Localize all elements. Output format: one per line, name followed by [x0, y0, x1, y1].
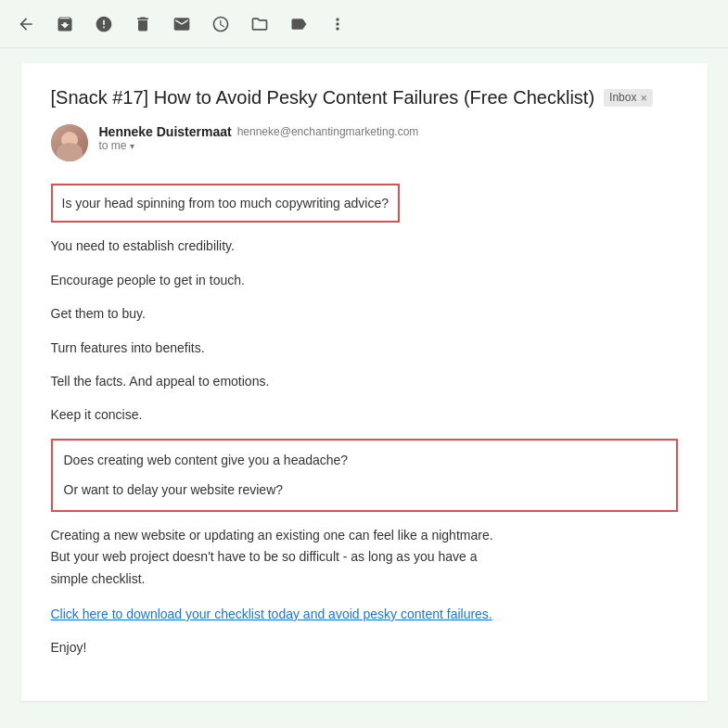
expand-details-chevron[interactable]: ▾: [130, 141, 134, 151]
body-line-5: Turn features into benefits.: [51, 338, 678, 358]
inbox-badge-close[interactable]: ×: [640, 91, 647, 105]
sender-info: Henneke Duistermaat henneke@enchantingma…: [99, 124, 419, 152]
sender-name: Henneke Duistermaat: [99, 124, 232, 139]
body-line-7: Keep it concise.: [51, 404, 678, 425]
to-me-row: to me ▾: [99, 139, 419, 152]
body-line-6: Tell the facts. And appeal to emotions.: [51, 371, 678, 391]
more-options-icon[interactable]: [326, 13, 349, 35]
inbox-badge-label: Inbox: [609, 91, 636, 104]
avatar: [51, 124, 88, 161]
to-me-label: to me: [99, 139, 127, 152]
body-line-3: Encourage people to get in touch.: [51, 270, 678, 290]
email-subject: [Snack #17] How to Avoid Pesky Content F…: [51, 85, 595, 109]
enjoy-text: Enjoy!: [51, 637, 678, 658]
sender-row: Henneke Duistermaat henneke@enchantingma…: [51, 124, 678, 161]
email-body: Is your head spinning from too much copy…: [51, 184, 678, 658]
inbox-badge: Inbox ×: [604, 89, 653, 107]
download-link[interactable]: Click here to download your checklist to…: [51, 607, 492, 621]
body-line-4: Get them to buy.: [51, 303, 678, 324]
body-line-1: Is your head spinning from too much copy…: [62, 196, 390, 211]
email-container: [Snack #17] How to Avoid Pesky Content F…: [21, 63, 708, 701]
snooze-icon[interactable]: [210, 13, 232, 35]
archive-icon[interactable]: [54, 13, 76, 35]
delete-icon[interactable]: [132, 13, 154, 35]
highlighted-box-1: Is your head spinning from too much copy…: [51, 184, 401, 223]
label-icon[interactable]: [287, 13, 310, 35]
body-paragraph-1: Creating a new website or updating an ex…: [51, 525, 678, 591]
back-button[interactable]: [15, 13, 37, 35]
toolbar: [0, 0, 728, 48]
sender-email: henneke@enchantingmarketing.com: [237, 125, 419, 138]
move-to-icon[interactable]: [249, 13, 271, 35]
body-line-2: You need to establish credibility.: [51, 236, 678, 256]
cta-link: Click here to download your checklist to…: [51, 604, 678, 624]
body-line-8: Does creating web content give you a hea…: [64, 450, 665, 470]
highlighted-box-2: Does creating web content give you a hea…: [51, 439, 678, 512]
body-line-9: Or want to delay your website review?: [64, 479, 665, 500]
subject-row: [Snack #17] How to Avoid Pesky Content F…: [51, 85, 678, 109]
mark-unread-icon[interactable]: [171, 13, 193, 35]
report-spam-icon[interactable]: [93, 13, 115, 35]
